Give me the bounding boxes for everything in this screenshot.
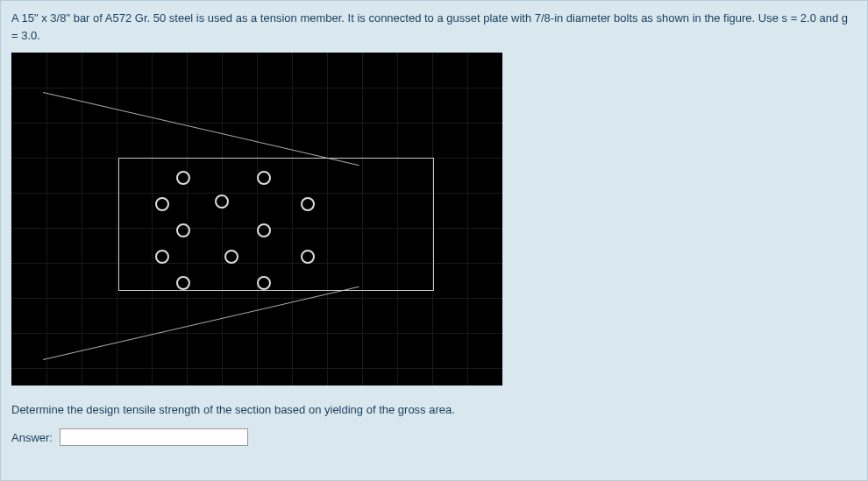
bolt-hole bbox=[301, 250, 315, 264]
bolt-hole bbox=[155, 250, 169, 264]
answer-label: Answer: bbox=[11, 431, 53, 444]
prompt-text: Determine the design tensile strength of… bbox=[11, 403, 857, 416]
question-text: A 15" x 3/8" bar of A572 Gr. 50 steel is… bbox=[11, 10, 857, 44]
bolt-hole bbox=[224, 250, 238, 264]
bolt-hole bbox=[215, 195, 229, 209]
answer-input[interactable] bbox=[60, 428, 248, 446]
tension-member-plate bbox=[118, 158, 434, 291]
bolt-hole bbox=[176, 223, 190, 237]
question-container: A 15" x 3/8" bar of A572 Gr. 50 steel is… bbox=[0, 0, 868, 481]
answer-row: Answer: bbox=[11, 428, 857, 446]
bolt-hole bbox=[301, 197, 315, 211]
bolt-hole bbox=[176, 171, 190, 185]
bolt-hole bbox=[176, 276, 190, 290]
bolt-hole bbox=[257, 276, 271, 290]
figure-diagram bbox=[11, 53, 502, 386]
bolt-hole bbox=[155, 197, 169, 211]
bolt-hole bbox=[257, 223, 271, 237]
bolt-hole bbox=[257, 171, 271, 185]
gusset-line-top bbox=[43, 92, 359, 166]
